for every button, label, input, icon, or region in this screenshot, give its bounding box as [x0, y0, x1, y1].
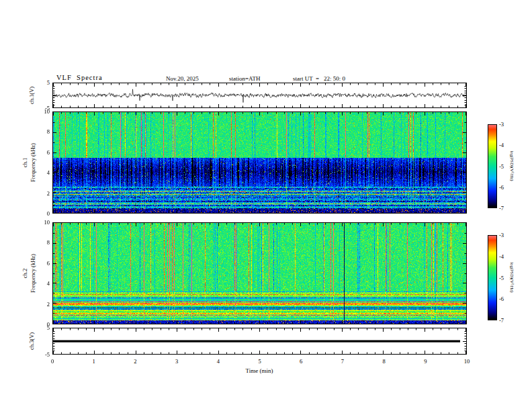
colorbar-tick-label: -5	[499, 163, 504, 170]
time-axis-label: Time (min)	[219, 367, 300, 374]
x-tick-label: 6	[294, 358, 308, 365]
start-ut-label: start UT = 22: 50: 0	[293, 75, 345, 82]
y-tick-label-ch.1: 10	[35, 108, 50, 115]
colorbar-tick-label: -5	[499, 275, 504, 281]
colorbar-tick-label: -3	[499, 232, 504, 238]
x-tick-label: 4	[212, 358, 225, 365]
colorbar-tick-label: -4	[499, 142, 504, 148]
colorbar-ch2-canvas	[488, 236, 496, 320]
colorbar-ch1-unit-label: log(PSD)(V²/Hz)	[510, 151, 515, 181]
x-tick-label: 2	[128, 358, 142, 365]
x-tick-label: 3	[170, 358, 183, 365]
y-tick-label-ch.2: 4	[35, 280, 50, 287]
ch3-waveform-canvas	[53, 328, 466, 354]
y-tick-label-ch.2: 0	[35, 321, 50, 328]
y-tick-label-ch.1: 0	[35, 210, 50, 217]
colorbar-ch2-unit-label: log(PSD)(V²/Hz)	[510, 263, 515, 293]
colorbar-tick-label: -7	[499, 205, 504, 212]
y-tick-label-ch.1: 4	[35, 169, 50, 176]
panel-ch2-spectrogram	[52, 222, 467, 324]
ch1-waveform-canvas	[53, 83, 466, 107]
ch3-voltage-axis-label: ch.3(V)	[28, 332, 35, 350]
station-label: station=ATH	[229, 75, 261, 82]
y-tick-label-ch.1: 6	[35, 149, 50, 156]
colorbar-tick-label: -4	[499, 253, 504, 260]
x-tick-label: 1	[87, 358, 101, 365]
ch1-spectrogram-canvas	[53, 112, 466, 213]
x-tick-label: 9	[418, 358, 432, 365]
colorbar-tick-label: -6	[499, 295, 504, 302]
x-tick-label: 10	[460, 358, 474, 365]
y-tick-label-ch.2: 2	[35, 301, 50, 308]
colorbar-ch1-canvas	[488, 125, 496, 208]
colorbar-ch1	[488, 124, 497, 208]
ch2-channel-axis-label: ch.2	[21, 269, 28, 278]
panel-ch1-waveform	[52, 83, 467, 108]
x-tick-label: 8	[378, 358, 391, 365]
vlf-spectra-figure: VLF Spectra Nov.20, 2025 station=ATH sta…	[0, 0, 532, 411]
colorbar-tick-label: -6	[499, 184, 504, 191]
x-tick-label: 5	[253, 358, 267, 365]
y-tick-label-ch.2: 10	[35, 219, 50, 226]
y-tick-label-ch.1: 8	[35, 128, 50, 135]
figure-title: VLF Spectra	[56, 74, 103, 81]
y-tick-label-ch.1: 5	[35, 79, 50, 86]
colorbar-tick-label: -7	[499, 317, 504, 324]
panel-ch1-spectrogram	[52, 111, 467, 214]
ch1-channel-axis-label: ch.1	[21, 158, 28, 167]
x-tick-label: 7	[336, 358, 349, 365]
panel-ch3-waveform	[52, 328, 467, 355]
y-tick-label-ch.3: -5	[35, 351, 50, 358]
date-label: Nov.20, 2025	[166, 75, 199, 82]
colorbar-tick-label: -3	[499, 121, 504, 128]
colorbar-ch2	[488, 235, 497, 320]
ch2-spectrogram-canvas	[53, 223, 466, 324]
y-tick-label-ch.1: 2	[35, 190, 50, 197]
y-tick-label-ch.2: 8	[35, 239, 50, 246]
x-tick-label: 0	[46, 358, 59, 365]
y-tick-label-ch.2: 6	[35, 260, 50, 267]
ch1-voltage-axis-label: ch.1(V)	[28, 87, 35, 104]
